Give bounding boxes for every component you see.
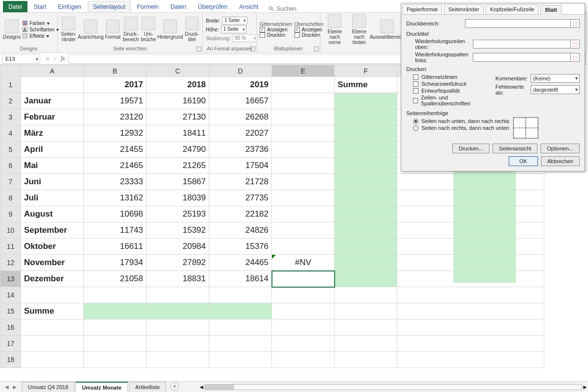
dialog-ok-button[interactable]: OK	[509, 156, 538, 166]
cell[interactable]: 25193	[147, 206, 209, 222]
cell[interactable]: 16611	[84, 239, 147, 255]
cell[interactable]: 27735	[209, 190, 272, 206]
cell[interactable]	[209, 303, 272, 319]
cell[interactable]: 21265	[147, 158, 209, 174]
cell[interactable]	[272, 158, 335, 174]
headings-print-check[interactable]: Drucken	[294, 32, 323, 38]
select-all-corner[interactable]	[0, 65, 21, 77]
tab-file[interactable]: Datei	[3, 1, 27, 12]
row-header[interactable]: 17	[0, 336, 21, 352]
row-header[interactable]: 6	[0, 158, 21, 174]
print-area-picker-icon[interactable]: ⬚	[571, 19, 580, 28]
sheet-nav-prev-icon[interactable]: ◄	[4, 384, 10, 391]
cell[interactable]	[335, 109, 397, 125]
horizontal-scrollbar[interactable]: ◄►	[198, 382, 588, 392]
cell[interactable]	[272, 352, 335, 368]
cell[interactable]: 17504	[209, 158, 272, 174]
send-backward-button[interactable]: Ebene nach hinten	[348, 14, 370, 45]
cell[interactable]	[335, 239, 397, 255]
cell[interactable]	[84, 287, 147, 303]
width-select[interactable]: 1 Seite	[222, 17, 247, 24]
cell[interactable]	[209, 319, 272, 336]
row-header[interactable]: 18	[0, 352, 21, 368]
cell[interactable]	[272, 77, 335, 93]
dialog-tab-margins[interactable]: Seitenränder	[444, 4, 484, 14]
scale-launcher-icon[interactable]	[250, 47, 255, 51]
cell[interactable]: 18039	[147, 190, 209, 206]
cell[interactable]: Oktober	[21, 239, 84, 255]
print-area-input[interactable]	[465, 19, 571, 28]
cell[interactable]: Mai	[21, 158, 84, 174]
row-header[interactable]: 1	[0, 77, 21, 93]
cell[interactable]	[335, 271, 397, 287]
cell[interactable]: 23736	[209, 142, 272, 158]
name-box[interactable]: E13	[2, 54, 40, 64]
enter-formula-icon[interactable]: ✓	[53, 55, 58, 62]
cell[interactable]	[397, 352, 544, 368]
margins-button[interactable]: Seiten- ränder	[61, 14, 76, 45]
cell[interactable]	[335, 93, 397, 109]
col-header-c[interactable]: C	[147, 65, 209, 77]
row-header[interactable]: 10	[0, 222, 21, 239]
cols-repeat-input[interactable]	[473, 53, 571, 62]
col-header-d[interactable]: D	[209, 65, 272, 77]
colors-dropdown[interactable]: Farben ▾	[23, 21, 59, 26]
tab-page-layout[interactable]: Seitenlayout	[88, 1, 131, 12]
cell[interactable]	[397, 319, 544, 336]
cell[interactable]: 27130	[147, 109, 209, 125]
orientation-button[interactable]: Ausrichtung	[78, 14, 103, 45]
cell[interactable]: 24465	[209, 255, 272, 271]
selection-pane-button[interactable]: Auswahlbereich	[372, 14, 402, 45]
cell[interactable]: 21058	[84, 271, 147, 287]
opt-blackwhite-check[interactable]: Schwarzweißdruck	[413, 81, 490, 87]
cell[interactable]	[209, 287, 272, 303]
cell[interactable]: #NV	[272, 255, 335, 271]
sheet-nav-next-icon[interactable]: ►	[12, 384, 18, 391]
cell[interactable]: 18411	[147, 125, 209, 142]
cell[interactable]: 26268	[209, 109, 272, 125]
cell[interactable]	[272, 239, 335, 255]
cell[interactable]: 21465	[84, 158, 147, 174]
tab-start[interactable]: Start	[28, 1, 51, 12]
dialog-options-button[interactable]: Optionen...	[540, 144, 580, 153]
dialog-tab-paper[interactable]: Papierformat	[402, 4, 442, 14]
cell[interactable]: 24790	[147, 142, 209, 158]
cell[interactable]: Dezember	[21, 271, 84, 287]
size-button[interactable]: Format	[105, 14, 121, 45]
cell[interactable]: Juli	[21, 190, 84, 206]
cell[interactable]: 10698	[84, 206, 147, 222]
cell[interactable]: Februar	[21, 109, 84, 125]
cell[interactable]	[21, 336, 84, 352]
cell[interactable]	[335, 336, 397, 352]
cell[interactable]	[84, 319, 147, 336]
row-header[interactable]: 9	[0, 206, 21, 222]
tab-data[interactable]: Daten	[165, 1, 192, 12]
cell[interactable]: 15376	[209, 239, 272, 255]
cell[interactable]: 27892	[147, 255, 209, 271]
dialog-cancel-button[interactable]: Abbrechen	[541, 156, 580, 166]
cell[interactable]: Summe	[335, 77, 397, 93]
dialog-tab-sheet[interactable]: Blatt	[540, 5, 561, 15]
cell[interactable]	[335, 319, 397, 336]
row-header[interactable]: 5	[0, 142, 21, 158]
errors-select[interactable]: dargestellt	[531, 85, 580, 94]
sheet-tab-1[interactable]: Umsatz Monate	[75, 382, 128, 392]
cell[interactable]: 16657	[209, 93, 272, 109]
cell[interactable]: August	[21, 206, 84, 222]
cell[interactable]: 19571	[84, 93, 147, 109]
background-button[interactable]: Hintergrund	[158, 14, 182, 45]
row-header[interactable]: 14	[0, 287, 21, 303]
cell[interactable]: 24826	[209, 222, 272, 239]
cell[interactable]: 18614	[209, 271, 272, 287]
page-setup-launcher-icon[interactable]	[196, 47, 201, 51]
col-header-a[interactable]: A	[21, 65, 84, 77]
cell[interactable]	[21, 352, 84, 368]
cell[interactable]: 15867	[147, 174, 209, 190]
row-header[interactable]: 3	[0, 109, 21, 125]
row-header[interactable]: 11	[0, 239, 21, 255]
rows-repeat-input[interactable]	[473, 40, 571, 49]
cell[interactable]: 11743	[84, 222, 147, 239]
cell[interactable]: März	[21, 125, 84, 142]
cell[interactable]	[272, 287, 335, 303]
cell[interactable]	[21, 77, 84, 93]
